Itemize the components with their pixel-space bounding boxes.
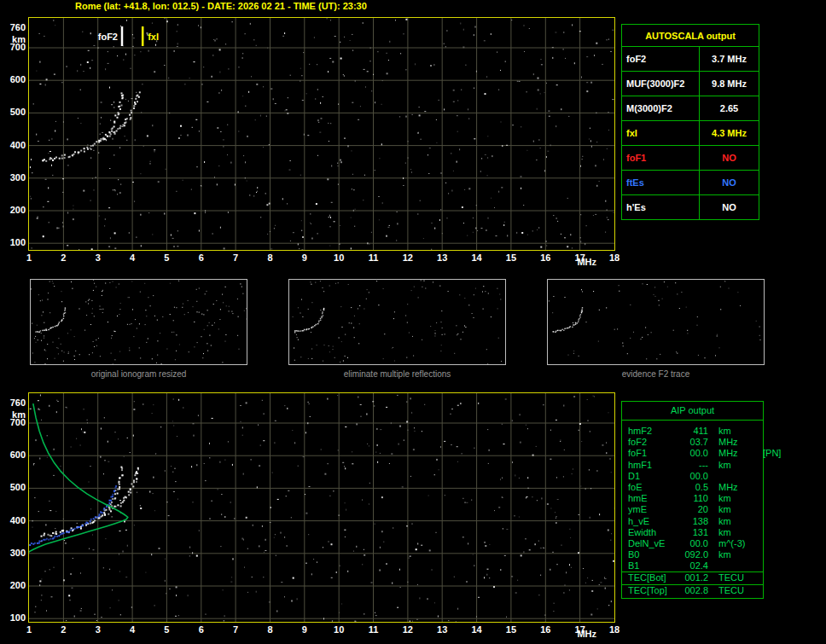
x-axis-tick-18: 18 bbox=[603, 253, 625, 263]
x-axis-unit-label: MHz bbox=[576, 629, 598, 639]
aip-rows: hmF2411kmfoF203.7MHzfoF100.0MHz[PN]hmF1-… bbox=[622, 426, 763, 596]
aip-param-unit: km bbox=[718, 460, 763, 471]
x-axis-tick-9: 9 bbox=[294, 253, 316, 263]
aip-row-foF2: foF203.7MHz bbox=[622, 437, 763, 448]
param-value: NO bbox=[700, 195, 759, 220]
autoscala-window: Rome (lat: +41.8, lon: 012.5) - DATE: 20… bbox=[0, 0, 826, 644]
x-axis-tick-5: 5 bbox=[155, 253, 177, 263]
x-axis-tick-1: 1 bbox=[18, 253, 40, 263]
param-name: h'Es bbox=[622, 195, 700, 220]
aip-param-name: D1 bbox=[628, 471, 679, 482]
param-value: 3.7 MHz bbox=[700, 47, 759, 72]
y-axis-tick-100: 100 bbox=[3, 613, 26, 623]
aip-param-name: ymE bbox=[628, 504, 679, 515]
aip-row-hmF2: hmF2411km bbox=[622, 426, 763, 437]
aip-row-ymE: ymE20km bbox=[622, 504, 763, 515]
x-axis-tick-15: 15 bbox=[500, 253, 522, 263]
autoscala-row-fxI: fxI4.3 MHz bbox=[622, 121, 759, 146]
thumbnail-caption-2: eliminate multiple reflections bbox=[288, 369, 506, 379]
aip-param-name: hmF1 bbox=[628, 460, 679, 471]
aip-param-name: Ewidth bbox=[628, 527, 679, 538]
x-axis-tick-6: 6 bbox=[190, 625, 212, 635]
x-axis-tick-14: 14 bbox=[466, 253, 488, 263]
thumbnail-multiple-reflections-removed bbox=[288, 279, 506, 365]
y-axis-tick-760: 760 bbox=[3, 23, 26, 32]
aip-row-h_vE: h_vE138km bbox=[622, 516, 763, 527]
param-name: foF2 bbox=[622, 47, 700, 72]
aip-row-foE: foE0.5MHz bbox=[622, 482, 763, 493]
x-axis-tick-15: 15 bbox=[500, 625, 522, 635]
x-axis-tick-7: 7 bbox=[224, 625, 247, 635]
aip-param-value: 00.0 bbox=[679, 538, 708, 549]
param-name: M(3000)F2 bbox=[622, 96, 700, 121]
aip-param-unit: km bbox=[718, 493, 763, 504]
x-axis-tick-2: 2 bbox=[52, 253, 74, 263]
aip-row-B0: B0092.0km bbox=[622, 549, 763, 560]
aip-param-unit: km bbox=[718, 527, 763, 538]
aip-param-name: TEC[Bot] bbox=[628, 572, 679, 583]
x-axis-tick-4: 4 bbox=[121, 625, 143, 635]
x-axis-tick-12: 12 bbox=[397, 253, 419, 263]
autoscala-row-foF1: foF1NO bbox=[622, 146, 759, 171]
aip-param-unit: MHz bbox=[718, 437, 763, 448]
aip-param-value: 0.5 bbox=[679, 482, 708, 493]
x-axis-tick-11: 11 bbox=[363, 253, 385, 263]
aip-param-name: foF2 bbox=[628, 437, 679, 448]
x-axis-tick-9: 9 bbox=[294, 625, 316, 635]
thumbnail-canvas bbox=[548, 280, 764, 364]
aip-param-unit: TECU bbox=[718, 585, 763, 596]
autoscala-output-table: AUTOSCALA outputfoF23.7 MHzMUF(3000)F29.… bbox=[621, 24, 759, 220]
aip-param-unit: km bbox=[718, 504, 763, 515]
ionogram-canvas: foF2fxI bbox=[29, 18, 614, 250]
y-axis-tick-500: 500 bbox=[3, 107, 26, 117]
aip-param-unit: MHz bbox=[718, 482, 763, 493]
x-axis-tick-3: 3 bbox=[87, 625, 109, 635]
y-axis-tick-600: 600 bbox=[3, 75, 26, 84]
autoscala-row-MUF(3000)F2: MUF(3000)F29.8 MHz bbox=[622, 72, 759, 96]
aip-row-hmE: hmE110km bbox=[622, 493, 763, 504]
aip-row-TEC[Bot]: TEC[Bot]001.2TECU bbox=[622, 571, 763, 583]
ionogram-canvas bbox=[29, 393, 614, 622]
x-axis-tick-4: 4 bbox=[121, 253, 143, 263]
x-axis-tick-2: 2 bbox=[52, 625, 74, 635]
aip-param-value: 002.8 bbox=[679, 585, 708, 596]
aip-param-value: --- bbox=[679, 460, 708, 471]
x-axis-tick-18: 18 bbox=[603, 625, 625, 635]
thumbnail-caption-1: original ionogram resized bbox=[30, 369, 247, 379]
param-value: 4.3 MHz bbox=[700, 121, 759, 146]
aip-param-name: B1 bbox=[628, 560, 679, 571]
param-value: 9.8 MHz bbox=[700, 72, 759, 96]
aip-param-unit: km bbox=[718, 516, 763, 527]
aip-row-DelN_vE: DelN_vE00.0m^(-3) bbox=[622, 538, 763, 549]
x-axis-tick-8: 8 bbox=[259, 625, 281, 635]
x-axis-tick-14: 14 bbox=[466, 625, 488, 635]
x-axis-tick-6: 6 bbox=[190, 253, 212, 263]
x-axis-tick-1: 1 bbox=[18, 625, 40, 635]
autoscala-header: AUTOSCALA output bbox=[622, 25, 759, 47]
aip-param-value: 411 bbox=[679, 426, 708, 437]
marker-label-foF2: foF2 bbox=[98, 32, 118, 42]
thumbnail-canvas bbox=[31, 280, 247, 364]
aip-param-unit: TECU bbox=[718, 572, 763, 583]
thumbnail-caption-3: evidence F2 trace bbox=[547, 369, 765, 379]
aip-row-D1: D100.0 bbox=[622, 471, 763, 482]
aip-param-name: hmF2 bbox=[628, 426, 679, 437]
ionogram-plot-profile: 760700600500400300200100km12345678910111… bbox=[28, 392, 615, 623]
aip-param-unit: km bbox=[718, 549, 763, 560]
param-name: ftEs bbox=[622, 171, 700, 195]
y-axis-tick-500: 500 bbox=[3, 483, 26, 492]
x-axis-unit-label: MHz bbox=[576, 258, 598, 267]
aip-param-name: h_vE bbox=[628, 516, 679, 527]
aip-param-unit: MHz bbox=[718, 448, 763, 459]
y-axis-tick-300: 300 bbox=[3, 548, 26, 558]
param-name: MUF(3000)F2 bbox=[622, 72, 700, 96]
aip-param-unit: km bbox=[718, 426, 763, 437]
x-axis-tick-11: 11 bbox=[363, 625, 385, 635]
y-axis-tick-100: 100 bbox=[3, 238, 26, 247]
autoscala-row-h'Es: h'EsNO bbox=[622, 195, 759, 220]
aip-param-unit: m^(-3) bbox=[718, 538, 763, 549]
x-axis-tick-13: 13 bbox=[431, 253, 453, 263]
x-axis-tick-10: 10 bbox=[328, 253, 350, 263]
aip-header: AIP output bbox=[622, 402, 763, 421]
aip-param-name: B0 bbox=[628, 549, 679, 560]
